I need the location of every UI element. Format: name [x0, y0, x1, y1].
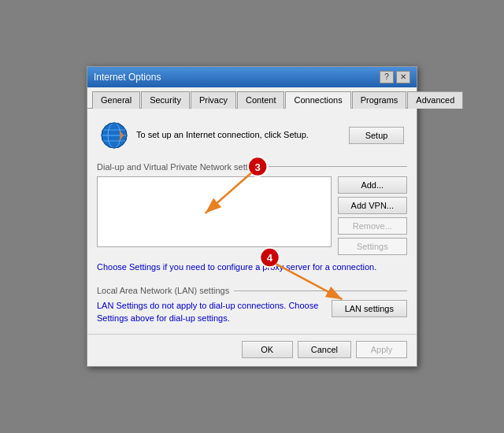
tab-advanced[interactable]: Advanced	[407, 91, 463, 109]
internet-options-dialog: Internet Options ? ✕ General Security Pr…	[87, 66, 417, 367]
lan-section: Local Area Network (LAN) settings LAN Se…	[97, 286, 407, 324]
add-button[interactable]: Add...	[338, 176, 407, 194]
cancel-button[interactable]: Cancel	[298, 341, 351, 358]
tab-privacy[interactable]: Privacy	[191, 91, 236, 109]
lan-section-label: Local Area Network (LAN) settings	[97, 286, 407, 295]
tab-connections[interactable]: Connections	[285, 91, 350, 109]
tab-general[interactable]: General	[92, 91, 140, 109]
settings-button[interactable]: Settings	[338, 238, 407, 255]
proxy-description: Choose Settings if you need to configure…	[97, 261, 407, 273]
apply-button[interactable]: Apply	[356, 341, 407, 358]
tab-content-area: To set up an Internet connection, click …	[87, 109, 417, 334]
dialup-area: Add... Add VPN... Remove... Settings	[97, 176, 407, 255]
setup-description: To set up an Internet connection, click …	[136, 129, 341, 141]
setup-row: To set up an Internet connection, click …	[97, 118, 407, 153]
tab-programs[interactable]: Programs	[352, 91, 407, 109]
lan-settings-button[interactable]: LAN settings	[332, 300, 407, 317]
help-button[interactable]: ?	[380, 71, 394, 83]
tab-content[interactable]: Content	[237, 91, 285, 109]
dialog-title: Internet Options	[94, 72, 161, 83]
lan-row: LAN Settings do not apply to dial-up con…	[97, 300, 407, 324]
lan-description: LAN Settings do not apply to dial-up con…	[97, 300, 324, 324]
dialup-buttons: Add... Add VPN... Remove... Settings	[338, 176, 407, 255]
tab-security[interactable]: Security	[141, 91, 190, 109]
tabs-bar: General Security Privacy Content Connect…	[87, 87, 417, 109]
close-button[interactable]: ✕	[396, 71, 410, 83]
dialup-list[interactable]	[97, 176, 332, 247]
dialup-section-label: Dial-up and Virtual Private Network sett…	[97, 162, 407, 172]
globe-icon	[100, 121, 128, 150]
titlebar: Internet Options ? ✕	[87, 67, 417, 87]
remove-button[interactable]: Remove...	[338, 217, 407, 235]
bottom-buttons: OK Cancel Apply	[87, 334, 417, 366]
add-vpn-button[interactable]: Add VPN...	[338, 197, 407, 214]
ok-button[interactable]: OK	[242, 341, 293, 358]
setup-button[interactable]: Setup	[349, 127, 404, 144]
titlebar-buttons: ? ✕	[380, 71, 410, 83]
